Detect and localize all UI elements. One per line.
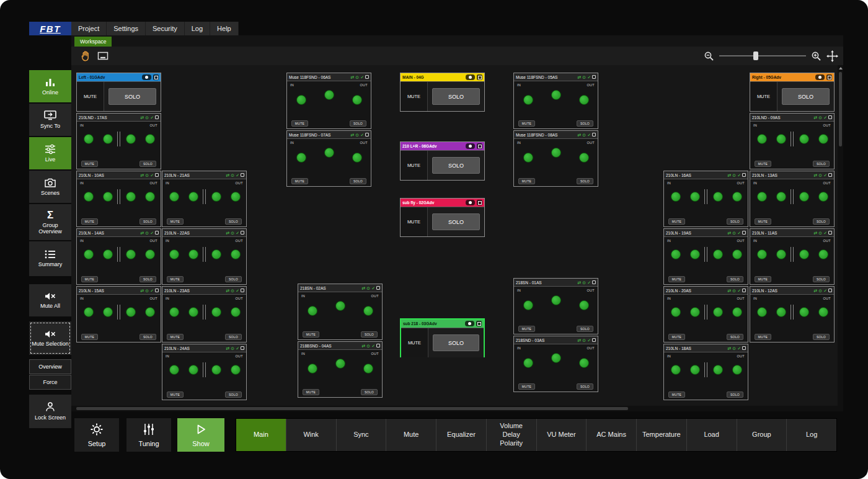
device-panel-210ln-12as[interactable]: 210LN - 12AS⇄⊙✓INOUTMUTESOLO [750,286,835,342]
device-mute-button[interactable]: MUTE [81,218,98,225]
tab-group[interactable]: Group [737,419,787,451]
eye-icon[interactable] [815,74,825,80]
eye-icon[interactable] [465,321,474,326]
external-link-icon[interactable] [241,289,244,292]
move-view-icon[interactable] [826,50,838,62]
external-link-icon[interactable] [477,143,482,149]
device-mute-button[interactable]: MUTE [81,276,98,282]
tab-vu-meter[interactable]: VU Meter [537,419,587,451]
group-panel-right-05gadv[interactable]: Right - 05GAdvMUTESOLO [750,73,835,112]
device-panel-218snd-03as[interactable]: 218SND - 03AS⇄⊙✓INOUTMUTESOLO [513,336,598,392]
external-link-icon[interactable] [828,289,832,292]
group-solo-button[interactable]: SOLO [782,88,830,105]
tab-load[interactable]: Load [687,419,737,451]
external-link-icon[interactable] [477,200,482,205]
zoom-out-button[interactable] [704,51,714,61]
external-link-icon[interactable] [592,338,596,342]
menu-item-project[interactable]: Project [71,22,107,35]
tab-sync[interactable]: Sync [337,419,387,451]
external-link-icon[interactable] [155,173,159,177]
group-solo-button[interactable]: SOLO [432,157,480,174]
group-solo-button[interactable]: SOLO [433,334,479,351]
device-solo-button[interactable]: SOLO [577,326,593,332]
external-link-icon[interactable] [592,280,596,284]
device-solo-button[interactable]: SOLO [813,276,830,282]
sidebar-item-mute-all[interactable]: Mute All [29,284,71,316]
device-panel-210ln-14as[interactable]: 210LN - 14AS⇄⊙✓INOUTMUTESOLO [76,228,161,285]
device-mute-button[interactable]: MUTE [303,389,319,395]
sidebar-item-summary[interactable]: Summary [29,241,71,276]
external-link-icon[interactable] [155,289,159,292]
external-link-icon[interactable] [476,321,482,326]
device-panel-muse-118fsnd-08as[interactable]: Muse 118FSND - 08AS⇄⊙✓INOUTMUTESOLO [513,130,598,187]
device-panel-210ln-23as[interactable]: 210LN - 23AS⇄⊙✓INOUTMUTESOLO [162,286,247,342]
device-solo-button[interactable]: SOLO [361,331,378,338]
group-panel-sub-fly-02gadv[interactable]: sub fly - 02GAdvMUTESOLO [400,198,485,237]
tab-wink[interactable]: Wink [286,419,337,451]
external-link-icon[interactable] [155,231,159,235]
scroll-up-arrow[interactable] [839,67,843,69]
external-link-icon[interactable] [828,115,832,119]
device-solo-button[interactable]: SOLO [727,218,743,225]
device-solo-button[interactable]: SOLO [727,276,743,282]
device-solo-button[interactable]: SOLO [225,334,242,340]
horizontal-scroll-thumb[interactable] [76,407,628,410]
device-solo-button[interactable]: SOLO [140,218,156,225]
sidebar-item-sync-to[interactable]: Sync To [29,104,71,136]
device-solo-button[interactable]: SOLO [727,334,743,340]
device-mute-button[interactable]: MUTE [518,326,535,332]
show-button[interactable]: Show [177,418,224,452]
device-solo-button[interactable]: SOLO [813,161,830,167]
device-mute-button[interactable]: MUTE [81,334,98,340]
device-panel-210ln-10as[interactable]: 210LN - 10AS⇄⊙✓INOUTMUTESOLO [76,171,161,227]
device-panel-muse-118fsnd-07as[interactable]: Muse 118FSND - 07AS⇄⊙✓INOUTMUTESOLO [286,130,371,187]
external-link-icon[interactable] [376,286,380,290]
zoom-area-icon[interactable] [97,51,108,60]
external-link-icon[interactable] [828,231,832,235]
external-link-icon[interactable] [365,133,369,137]
zoom-in-button[interactable] [811,51,822,61]
external-link-icon[interactable] [241,231,244,235]
group-solo-button[interactable]: SOLO [432,88,480,105]
device-mute-button[interactable]: MUTE [518,383,535,390]
device-mute-button[interactable]: MUTE [668,276,685,282]
group-solo-button[interactable]: SOLO [108,88,156,105]
device-panel-210lnd-09as[interactable]: 210LND - 09AS⇄⊙✓INOUTMUTESOLO [750,113,835,169]
group-mute-button[interactable]: MUTE [401,328,428,357]
group-solo-button[interactable]: SOLO [432,213,480,230]
device-panel-210ln-13as[interactable]: 210LN - 13AS⇄⊙✓INOUTMUTESOLO [750,171,835,227]
device-mute-button[interactable]: MUTE [755,334,771,340]
tab-log[interactable]: Log [787,419,836,451]
device-solo-button[interactable]: SOLO [225,276,242,282]
external-link-icon[interactable] [742,289,746,292]
group-panel-main-04g[interactable]: MAIN - 04GMUTESOLO [400,73,485,112]
device-panel-210ln-19as[interactable]: 210LN - 19AS⇄⊙✓INOUTMUTESOLO [663,228,748,285]
device-panel-210ln-15as[interactable]: 210LN - 15AS⇄⊙✓INOUTMUTESOLO [76,286,161,342]
device-mute-button[interactable]: MUTE [755,218,771,225]
sidebar-item-scenes[interactable]: Scenes [29,171,71,203]
device-panel-218bsnd-04as[interactable]: 218BSND - 04AS⇄⊙✓INOUTMUTESOLO [298,341,383,398]
device-solo-button[interactable]: SOLO [140,161,156,167]
device-solo-button[interactable]: SOLO [140,334,156,340]
external-link-icon[interactable] [742,346,746,350]
tab-temperature[interactable]: Temperature [637,419,687,451]
external-link-icon[interactable] [592,75,596,79]
device-panel-210ln-16as[interactable]: 210LN - 16AS⇄⊙✓INOUTMUTESOLO [663,171,748,227]
device-panel-210ln-20as[interactable]: 210LN - 20AS⇄⊙✓INOUTMUTESOLO [663,286,748,342]
device-solo-button[interactable]: SOLO [813,334,830,340]
sidebar-item-group-overview[interactable]: ΣGroup Overview [29,204,71,240]
pan-hand-icon[interactable] [80,50,92,62]
eye-icon[interactable] [466,74,475,80]
device-solo-button[interactable]: SOLO [350,178,366,184]
device-solo-button[interactable]: SOLO [813,218,830,225]
external-link-icon[interactable] [155,115,159,119]
tab-ac-mains[interactable]: AC Mains [587,419,637,451]
tab-mute[interactable]: Mute [386,419,436,451]
device-solo-button[interactable]: SOLO [727,392,743,398]
external-link-icon[interactable] [477,74,482,80]
sidebar-item-force[interactable]: Force [29,375,71,390]
external-link-icon[interactable] [376,344,380,347]
menu-item-settings[interactable]: Settings [107,22,146,35]
device-panel-218sn-01as[interactable]: 218SN - 01AS⇄⊙✓INOUTMUTESOLO [513,278,598,334]
device-mute-button[interactable]: MUTE [167,218,184,225]
